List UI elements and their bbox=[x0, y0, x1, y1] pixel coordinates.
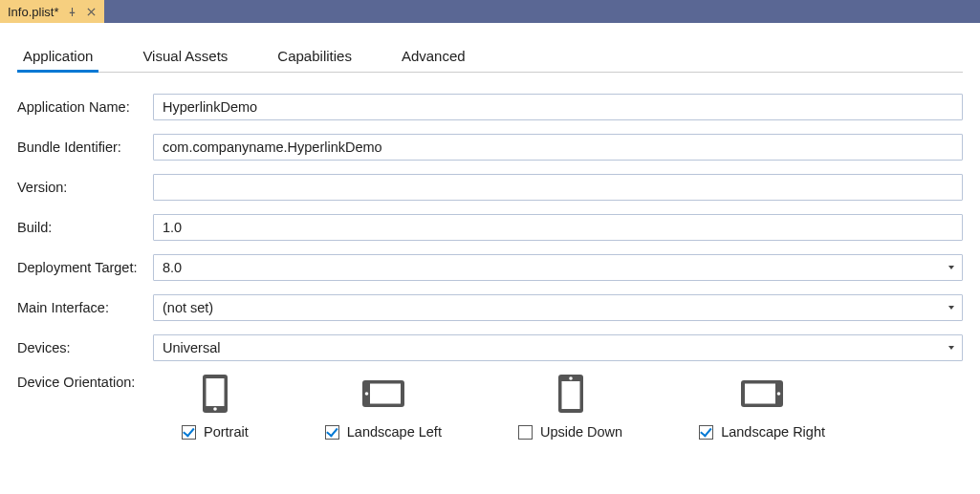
chevron-down-icon bbox=[948, 266, 954, 269]
label-bundle-id: Bundle Identifier: bbox=[17, 140, 153, 155]
input-bundle-id[interactable] bbox=[153, 134, 963, 161]
title-bar: Info.plist* bbox=[0, 0, 980, 23]
combo-main-interface[interactable]: (not set) bbox=[153, 294, 963, 321]
svg-point-5 bbox=[365, 392, 369, 396]
pin-icon[interactable] bbox=[66, 6, 77, 17]
orientation-landscape-left: Landscape Left bbox=[325, 375, 442, 440]
label-deploy-target: Deployment Target: bbox=[17, 260, 153, 275]
device-portrait-icon bbox=[192, 375, 238, 413]
label-devices: Devices: bbox=[17, 340, 153, 355]
checkbox-landscape-left-label: Landscape Left bbox=[347, 424, 442, 440]
svg-rect-10 bbox=[745, 384, 775, 404]
svg-rect-4 bbox=[370, 384, 401, 404]
label-build: Build: bbox=[17, 220, 153, 235]
combo-deploy-target[interactable]: 8.0 bbox=[153, 254, 963, 281]
file-tab-title: Info.plist* bbox=[8, 5, 58, 19]
checkbox-portrait[interactable] bbox=[182, 425, 196, 440]
tab-capabilities[interactable]: Capabilities bbox=[275, 42, 354, 72]
orientation-landscape-right: Landscape Right bbox=[699, 375, 825, 440]
application-form: Application Name: Bundle Identifier: Ver… bbox=[17, 94, 963, 440]
chevron-down-icon bbox=[948, 306, 954, 310]
tab-application[interactable]: Application bbox=[21, 42, 95, 72]
tab-advanced[interactable]: Advanced bbox=[400, 42, 468, 72]
device-upside-down-icon bbox=[548, 375, 594, 413]
file-tab[interactable]: Info.plist* bbox=[0, 0, 104, 23]
tab-visual-assets[interactable]: Visual Assets bbox=[141, 42, 229, 72]
device-landscape-right-icon bbox=[739, 375, 785, 413]
checkbox-portrait-label: Portrait bbox=[204, 424, 249, 440]
device-landscape-left-icon bbox=[360, 375, 406, 413]
svg-point-8 bbox=[569, 376, 573, 380]
input-build[interactable] bbox=[153, 214, 963, 241]
input-version[interactable] bbox=[153, 174, 963, 201]
checkbox-landscape-right[interactable] bbox=[699, 425, 713, 440]
combo-devices-value: Universal bbox=[163, 340, 220, 355]
section-tabs: Application Visual Assets Capabilities A… bbox=[17, 42, 963, 73]
checkbox-landscape-left[interactable] bbox=[325, 425, 339, 440]
combo-deploy-value: 8.0 bbox=[163, 260, 182, 275]
orientation-upside-down: Upside Down bbox=[518, 375, 622, 440]
svg-point-11 bbox=[777, 392, 781, 396]
label-app-name: Application Name: bbox=[17, 99, 153, 115]
orientation-portrait: Portrait bbox=[182, 375, 249, 440]
editor-content: Application Visual Assets Capabilities A… bbox=[0, 23, 980, 440]
combo-devices[interactable]: Universal bbox=[153, 334, 963, 361]
close-icon[interactable] bbox=[85, 6, 97, 17]
checkbox-landscape-right-label: Landscape Right bbox=[721, 424, 825, 440]
combo-main-if-value: (not set) bbox=[163, 300, 213, 315]
checkbox-upside-down-label: Upside Down bbox=[540, 424, 622, 440]
label-main-interface: Main Interface: bbox=[17, 300, 153, 315]
chevron-down-icon bbox=[948, 346, 954, 350]
checkbox-upside-down[interactable] bbox=[518, 425, 533, 440]
label-orientation: Device Orientation: bbox=[17, 375, 153, 390]
svg-point-2 bbox=[213, 407, 217, 411]
svg-rect-1 bbox=[206, 378, 224, 406]
svg-rect-7 bbox=[561, 381, 579, 409]
orientation-options: Portrait Landscape Left bbox=[182, 375, 825, 440]
input-app-name[interactable] bbox=[153, 94, 963, 120]
label-version: Version: bbox=[17, 180, 153, 195]
